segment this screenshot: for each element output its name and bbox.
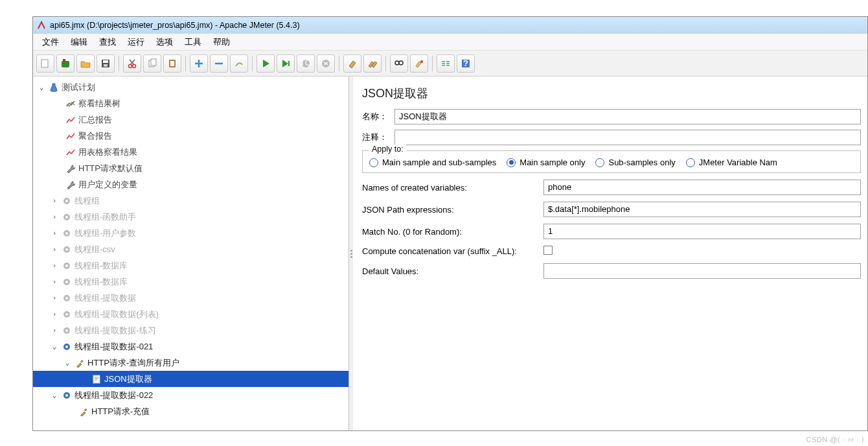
checkbox-concat[interactable] <box>543 246 553 255</box>
jmeter-window: api65.jmx (D:\projects\jmeter_pros\api65… <box>32 16 868 431</box>
input-names[interactable]: phone <box>543 180 861 195</box>
stop-button[interactable]: STOP <box>297 54 315 73</box>
cut-button[interactable] <box>123 54 141 73</box>
params-grid: Names of created variables: phone JSON P… <box>362 180 861 279</box>
menu-edit[interactable]: 编辑 <box>65 35 93 49</box>
tree-tg-3[interactable]: ›线程组-csv <box>33 241 348 257</box>
tree-user-vars[interactable]: 用户定义的变量 <box>33 176 348 193</box>
collapse-icon[interactable]: ⌄ <box>50 391 59 399</box>
test-plan-tree[interactable]: ⌄ 测试计划 察看结果树 汇总报告 聚合报告 用表格察看结果 HTTP请求默认值… <box>33 76 349 430</box>
menu-search[interactable]: 查找 <box>94 35 121 49</box>
tree-summary-report[interactable]: 汇总报告 <box>33 112 348 128</box>
tree-label: 测试计划 <box>62 82 95 93</box>
tree-json-extractor[interactable]: JSON提取器 <box>33 371 348 387</box>
tree-label: 线程组-提取数据 <box>74 292 136 304</box>
collapse-icon[interactable]: ⌄ <box>63 358 72 367</box>
label-json-path: JSON Path expressions: <box>362 205 543 215</box>
tree-test-plan[interactable]: ⌄ 测试计划 <box>33 79 348 95</box>
tree-view-results[interactable]: 察看结果树 <box>33 95 348 112</box>
input-json-path[interactable]: $.data[*].mobilephone <box>543 202 861 217</box>
expand-icon[interactable]: › <box>50 261 59 270</box>
wrench-icon <box>65 180 76 190</box>
expand-icon[interactable]: › <box>50 326 59 334</box>
svg-rect-48 <box>93 375 100 383</box>
templates-button[interactable] <box>56 54 74 73</box>
expand-icon[interactable]: › <box>50 196 59 205</box>
fn-helper-button[interactable] <box>437 54 455 73</box>
menu-options[interactable]: 选项 <box>151 35 178 49</box>
expand-icon[interactable]: › <box>50 213 59 221</box>
clear-all-button[interactable] <box>363 54 382 73</box>
tree-http-defaults[interactable]: HTTP请求默认值 <box>33 160 348 176</box>
watermark: CSDN @( · ㅂ · ) <box>806 435 864 445</box>
svg-point-44 <box>65 329 68 332</box>
input-default[interactable] <box>543 263 861 279</box>
clear-button[interactable] <box>343 54 361 73</box>
svg-rect-1 <box>62 61 69 67</box>
radio-jmeter-var[interactable]: JMeter Variable Nam <box>686 158 777 167</box>
copy-button[interactable] <box>143 54 161 73</box>
radio-main-only[interactable]: Main sample only <box>507 158 585 167</box>
svg-rect-12 <box>288 61 290 66</box>
add-button[interactable] <box>190 54 208 73</box>
menu-file[interactable]: 文件 <box>37 35 64 49</box>
expand-icon[interactable]: › <box>50 277 59 286</box>
svg-point-32 <box>65 232 68 235</box>
expand-icon[interactable]: › <box>50 294 59 302</box>
expand-icon[interactable]: › <box>50 310 59 318</box>
tree-tg-5[interactable]: ›线程组-数据库 <box>33 274 348 290</box>
input-match-no[interactable]: 1 <box>543 224 861 239</box>
search-button[interactable] <box>390 54 408 73</box>
tree-tg-6[interactable]: ›线程组-提取数据 <box>33 290 348 306</box>
collapse-icon[interactable]: ⌄ <box>50 342 59 351</box>
expand-icon[interactable]: › <box>50 245 59 253</box>
start-no-pause-button[interactable] <box>277 54 295 73</box>
expand-icon[interactable]: › <box>50 229 59 237</box>
page-icon <box>91 374 102 384</box>
tree-tg-0[interactable]: ›线程组 <box>33 193 348 209</box>
start-button[interactable] <box>257 54 275 73</box>
tree-label: HTTP请求默认值 <box>78 163 143 174</box>
menu-help[interactable]: 帮助 <box>208 35 235 49</box>
tree-http-recharge[interactable]: HTTP请求-充值 <box>33 403 348 419</box>
gear-grey-icon <box>62 261 72 271</box>
tree-tg-022[interactable]: ⌄线程组-提取数据-022 <box>33 387 348 403</box>
tree-tg-1[interactable]: ›线程组-函数助手 <box>33 209 348 225</box>
save-button[interactable] <box>97 54 115 73</box>
tree-label: 线程组-csv <box>74 244 115 255</box>
shutdown-button[interactable] <box>317 54 335 73</box>
help-button[interactable]: ? <box>457 54 475 73</box>
remove-button[interactable] <box>210 54 228 73</box>
tree-label: HTTP请求-充值 <box>91 406 150 417</box>
tree-table-results[interactable]: 用表格察看结果 <box>33 144 348 160</box>
menu-tools[interactable]: 工具 <box>179 35 207 49</box>
input-name[interactable]: JSON提取器 <box>394 109 861 124</box>
tree-tg-2[interactable]: ›线程组-用户参数 <box>33 225 348 241</box>
input-comment[interactable] <box>394 130 861 145</box>
svg-point-7 <box>133 64 136 67</box>
svg-point-46 <box>65 346 68 348</box>
collapse-icon[interactable]: ⌄ <box>37 83 46 91</box>
radio-label: JMeter Variable Nam <box>699 158 777 167</box>
tree-tg-7[interactable]: ›线程组-提取数据(列表) <box>33 306 348 322</box>
svg-point-6 <box>129 64 132 67</box>
new-button[interactable] <box>36 54 54 73</box>
radio-label: Sub-samples only <box>608 158 675 167</box>
open-button[interactable] <box>76 54 95 73</box>
gear-grey-icon <box>62 325 72 336</box>
tree-label: 线程组-函数助手 <box>74 211 136 223</box>
panel-title: JSON提取器 <box>362 86 861 101</box>
tree-tg-8[interactable]: ›线程组-提取数据-练习 <box>33 322 348 338</box>
tree-tg-4[interactable]: ›线程组-数据库 <box>33 257 348 274</box>
reset-search-button[interactable] <box>410 54 428 73</box>
paste-button[interactable] <box>163 54 181 73</box>
tree-label: 用户定义的变量 <box>78 179 137 191</box>
wipe-button[interactable] <box>230 54 248 73</box>
menu-run[interactable]: 运行 <box>122 35 150 49</box>
tree-tg-021[interactable]: ⌄线程组-提取数据-021 <box>33 338 348 355</box>
svg-point-30 <box>65 216 68 218</box>
radio-sub-only[interactable]: Sub-samples only <box>595 158 675 167</box>
radio-main-and-sub[interactable]: Main sample and sub-samples <box>369 158 496 167</box>
tree-aggregate-report[interactable]: 聚合报告 <box>33 128 348 144</box>
tree-http-query[interactable]: ⌄HTTP请求-查询所有用户 <box>33 355 348 371</box>
